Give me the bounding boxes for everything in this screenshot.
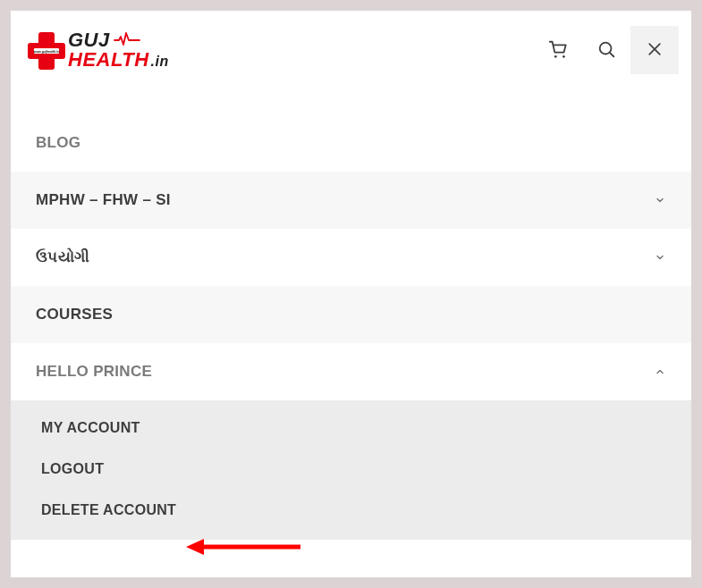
svg-marker-9: [186, 539, 204, 555]
header-bar: www.gujhealth.in GUJ HEALTH.in: [11, 11, 691, 89]
submenu-my-account[interactable]: MY ACCOUNT: [11, 407, 691, 449]
svg-line-5: [610, 52, 613, 55]
submenu-label: MY ACCOUNT: [41, 420, 140, 435]
menu-item-courses[interactable]: COURSES: [11, 286, 691, 343]
menu-label: ઉપયોગી: [36, 248, 89, 266]
menu-item-useful[interactable]: ઉપયોગી: [11, 229, 691, 286]
svg-point-2: [554, 55, 557, 57]
chevron-down-icon: [654, 251, 666, 264]
menu-label: HELLO PRINCE: [36, 363, 152, 381]
cart-button[interactable]: [534, 26, 582, 74]
menu-item-mphw[interactable]: MPHW – FHW – SI: [11, 172, 691, 229]
logo-text-in: .in: [151, 54, 169, 69]
menu-label: MPHW – FHW – SI: [36, 191, 171, 209]
arrow-annotation: [186, 536, 302, 561]
menu-label: BLOG: [36, 134, 80, 152]
header-icons: [534, 26, 679, 74]
logo-text: GUJ HEALTH.in: [68, 30, 169, 70]
search-icon: [596, 39, 616, 62]
heartbeat-icon: [114, 31, 140, 50]
menu-item-blog[interactable]: BLOG: [11, 114, 691, 172]
main-menu: BLOG MPHW – FHW – SI ઉપયોગી COURSES HELL…: [11, 114, 691, 400]
logo-text-top: GUJ: [68, 30, 110, 50]
submenu-label: DELETE ACCOUNT: [41, 502, 176, 517]
submenu-delete-account[interactable]: DELETE ACCOUNT: [11, 490, 691, 531]
submenu-label: LOGOUT: [41, 461, 104, 476]
svg-text:www.gujhealth.in: www.gujhealth.in: [33, 50, 60, 54]
menu-label: COURSES: [36, 306, 113, 323]
logo[interactable]: www.gujhealth.in GUJ HEALTH.in: [27, 30, 169, 70]
menu-item-hello[interactable]: HELLO PRINCE: [11, 343, 691, 400]
submenu-account: MY ACCOUNT LOGOUT DELETE ACCOUNT: [11, 400, 691, 540]
submenu-logout[interactable]: LOGOUT: [11, 449, 691, 490]
close-icon: [646, 40, 664, 61]
chevron-up-icon: [654, 365, 666, 378]
chevron-down-icon: [654, 194, 666, 206]
close-menu-button[interactable]: [630, 26, 679, 74]
search-button[interactable]: [582, 26, 630, 74]
logo-text-health: HEALTH: [68, 48, 149, 71]
logo-cross-icon: www.gujhealth.in: [27, 30, 66, 70]
cart-icon: [548, 39, 568, 62]
app-frame: www.gujhealth.in GUJ HEALTH.in: [9, 9, 693, 579]
svg-point-3: [562, 55, 565, 57]
